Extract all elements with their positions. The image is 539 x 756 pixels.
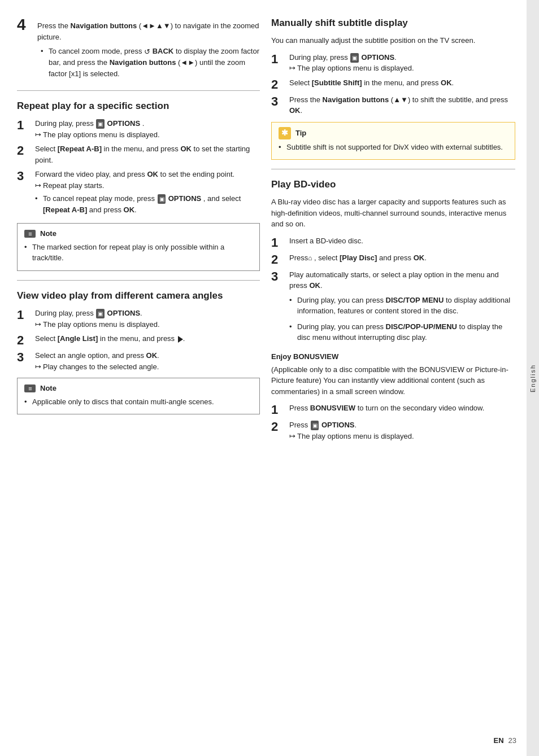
bv-step-2-content: Press ▣ OPTIONS. The play options menu i… (289, 419, 515, 442)
content-area: 4 Press the Navigation buttons (◄►▲▼) to… (0, 0, 527, 756)
options-icon-s1: ▣ (350, 53, 359, 63)
step-4-number: 4 (17, 17, 35, 33)
bonusview-bold: BONUSVIEW (310, 404, 355, 412)
subtitle-intro: You can manually adjust the subtitle pos… (271, 35, 515, 46)
repeat-step-2: 2 Select [Repeat A-B] in the menu, and p… (17, 143, 260, 165)
ok-bold-2: OK (180, 145, 192, 153)
view-step-2-num: 2 (17, 333, 32, 347)
nav-buttons-bold: Navigation buttons (71, 21, 137, 30)
disc-popup-menu-bold: DISC/POP-UP/MENU (386, 322, 457, 331)
subtitle-step-1-arrow: The play options menu is displayed. (289, 63, 515, 74)
left-column: 4 Press the Navigation buttons (◄►▲▼) to… (17, 17, 260, 739)
note-icon-1: ≡ (24, 230, 36, 238)
view-note-box: ≡ Note Applicable only to discs that con… (17, 378, 260, 414)
view-step-1-arrow: The play options menu is displayed. (35, 319, 260, 330)
view-step-1-num: 1 (17, 308, 32, 321)
ok-bold-bd2: OK (414, 254, 425, 262)
footer-page: 23 (508, 736, 516, 745)
tip-header: ✱ Tip (279, 127, 508, 139)
tip-box: ✱ Tip Subtitle shift is not supported fo… (271, 122, 515, 160)
repeat-step-1-arrow: The play options menu is displayed. (35, 129, 260, 141)
bv-step-2: 2 Press ▣ OPTIONS. The play options menu… (271, 419, 515, 442)
bv-step-1-num: 1 (271, 403, 286, 416)
play-arrow-icon (178, 336, 183, 343)
repeat-step-3: 3 Forward the video play, and press OK t… (17, 169, 260, 217)
bd-step-1-num: 1 (271, 235, 286, 249)
view-step-1-content: During play, press ▣ OPTIONS. The play o… (35, 308, 260, 330)
repeat-note-list: The marked section for repeat play is on… (24, 242, 253, 264)
bd-step-2-num: 2 (271, 252, 286, 266)
subtitle-step-3-num: 3 (271, 94, 286, 108)
view-note-list: Applicable only to discs that contain mu… (24, 396, 253, 408)
ok-bold-bd3: OK (309, 281, 320, 290)
repeat-step-2-content: Select [Repeat A-B] in the menu, and pre… (35, 143, 260, 165)
options-bold-1: OPTIONS (107, 119, 141, 128)
disc-top-menu-bold: DISC/TOP MENU (386, 296, 444, 304)
nav-bold-s3: Navigation buttons (323, 95, 389, 104)
home-icon: ⌂ (308, 253, 312, 263)
tip-list: Subtitle shift is not supported for DivX… (279, 142, 508, 153)
subtitle-step-1-content: During play, press ▣ OPTIONS. The play o… (289, 52, 515, 74)
bd-step-1: 1 Insert a BD-video disc. (271, 235, 515, 249)
tip-label: Tip (295, 128, 306, 139)
bd-intro: A Blu-ray video disc has a larger capaci… (271, 196, 515, 230)
view-note-label: Note (40, 383, 56, 394)
bonusview-intro: (Applicable only to a disc compatible wi… (271, 364, 515, 397)
options-bold-cancel: OPTIONS (168, 194, 202, 203)
subtitle-shift-bold: [Subtitle Shift] (312, 78, 362, 87)
sidebar-english: English (527, 0, 539, 756)
options-bold-s1: OPTIONS (362, 53, 395, 62)
tip-text: Subtitle shift is not supported for DivX… (279, 142, 508, 153)
view-step-2-content: Select [Angle List] in the menu, and pre… (35, 333, 260, 344)
bd-step-3-content: Play automatically starts, or select a p… (289, 269, 515, 346)
bd-bullet-1: During play, you can press DISC/TOP MENU… (289, 295, 515, 317)
ok-bold-v3: OK (146, 351, 158, 360)
divider-1 (17, 90, 260, 91)
bd-step-3: 3 Play automatically starts, or select a… (271, 269, 515, 346)
options-bold-bv2: OPTIONS (321, 421, 355, 429)
section-repeat: Repeat play for a specific section 1 Dur… (17, 100, 260, 271)
subtitle-step-2-content: Select [Subtitle Shift] in the menu, and… (289, 77, 515, 89)
subtitle-step-1: 1 During play, press ▣ OPTIONS. The play… (271, 52, 515, 74)
subtitle-step-3-content: Press the Navigation buttons (▲▼) to shi… (289, 94, 515, 116)
subtitle-title: Manually shift subtitle display (271, 17, 515, 29)
bonusview-section: Enjoy BONUSVIEW (Applicable only to a di… (271, 352, 515, 442)
bd-step-2: 2 Press ⌂ , select [Play Disc] and press… (271, 252, 515, 266)
back-bold: BACK (153, 47, 174, 55)
bd-bullet-list: During play, you can press DISC/TOP MENU… (289, 295, 515, 343)
options-bold-v1: OPTIONS (107, 309, 141, 317)
options-icon-v1: ▣ (96, 309, 105, 318)
subtitle-step-1-num: 1 (271, 52, 286, 65)
ok-bold-s2: OK (441, 78, 452, 87)
repeat-step-1-content: During play, press ▣ OPTIONS . The play … (35, 118, 260, 140)
repeat-note-header: ≡ Note (24, 228, 253, 239)
repeat-step-1: 1 During play, press ▣ OPTIONS . The pla… (17, 118, 260, 140)
repeat-step-3-content: Forward the video play, and press OK to … (35, 169, 260, 217)
repeat-step-1-num: 1 (17, 118, 32, 132)
view-step-2: 2 Select [Angle List] in the menu, and p… (17, 333, 260, 347)
right-column: Manually shift subtitle display You can … (271, 17, 515, 739)
divider-3 (271, 169, 515, 169)
section-step-4: 4 Press the Navigation buttons (◄►▲▼) to… (17, 17, 260, 79)
view-step-1: 1 During play, press ▣ OPTIONS. The play… (17, 308, 260, 330)
angle-list-bold: [Angle List] (58, 334, 98, 343)
repeat-cancel-list: To cancel repeat play mode, press ▣ OPTI… (35, 193, 260, 215)
repeat-note-label: Note (40, 228, 56, 239)
ok-bold-3: OK (147, 170, 158, 178)
repeat-note-box: ≡ Note The marked section for repeat pla… (17, 223, 260, 271)
view-step-3-content: Select an angle option, and press OK. Pl… (35, 350, 260, 372)
options-icon-1: ▣ (96, 119, 105, 129)
bv-step-1-content: Press BONUSVIEW to turn on the secondary… (289, 403, 515, 414)
view-step-3-arrow: Play changes to the selected angle. (35, 361, 260, 373)
view-step-3-num: 3 (17, 350, 32, 364)
repeat-cancel-bullet: To cancel repeat play mode, press ▣ OPTI… (35, 193, 260, 215)
subtitle-step-2: 2 Select [Subtitle Shift] in the menu, a… (271, 77, 515, 91)
divider-2 (17, 280, 260, 281)
view-step-3: 3 Select an angle option, and press OK. … (17, 350, 260, 372)
nav-buttons-bold-2: Navigation buttons (110, 58, 176, 67)
repeat-step-3-num: 3 (17, 169, 32, 182)
bv-step-2-arrow: The play options menu is displayed. (289, 431, 515, 442)
view-note-text: Applicable only to discs that contain mu… (24, 396, 253, 408)
bonusview-title: Enjoy BONUSVIEW (271, 352, 515, 361)
page-container: 4 Press the Navigation buttons (◄►▲▼) to… (0, 0, 539, 756)
